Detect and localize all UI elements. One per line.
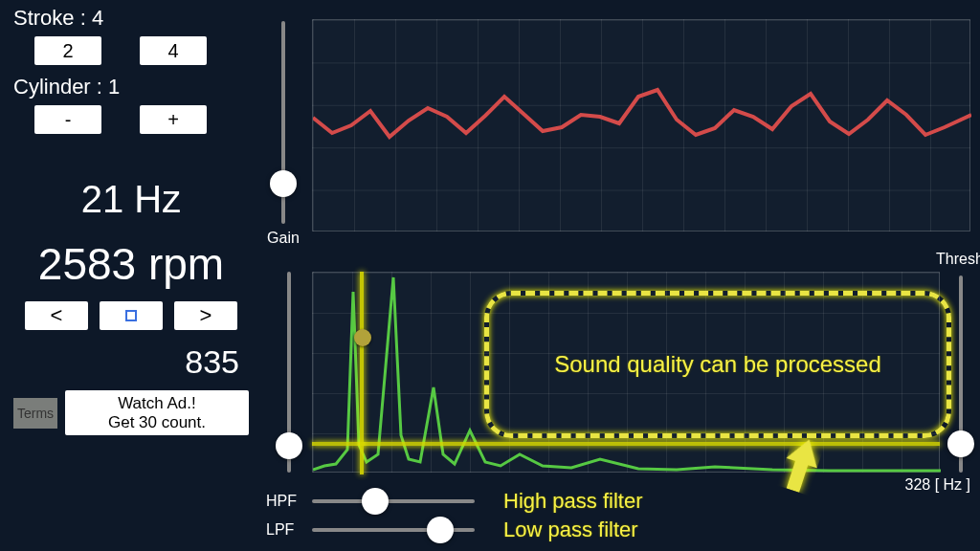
frequency-scale-label: 328 [ Hz ] (905, 476, 970, 494)
stroke-button-row: 2 4 (34, 36, 249, 65)
lpf-annotation: Low pass filter (503, 518, 638, 542)
stop-icon (125, 310, 137, 321)
threshold-slider-thumb[interactable] (947, 430, 974, 457)
hpf-annotation: High pass filter (503, 489, 643, 514)
cylinder-label: Cylinder : 1 (13, 75, 249, 99)
ad-line-2: Get 30 count. (71, 413, 243, 432)
spectrum-gain-slider-thumb[interactable] (276, 432, 302, 459)
stroke-2-button[interactable]: 2 (34, 36, 101, 65)
hpf-slider-track (312, 499, 475, 503)
callout-text: Sound quality can be processed (554, 351, 881, 378)
terms-button[interactable]: Terms (13, 398, 57, 429)
frequency-readout: 21 Hz (13, 178, 249, 221)
playback-controls: < > (13, 301, 249, 330)
gain-slider-container: Gain (264, 21, 302, 247)
stop-button[interactable] (100, 301, 163, 330)
cylinder-button-row: - + (34, 105, 249, 134)
ad-line-1: Watch Ad.! (71, 394, 243, 413)
hpf-row: HPF High pass filter (266, 488, 974, 515)
spectrum-gain-slider-container (276, 272, 302, 473)
stroke-label: Stroke : 4 (13, 6, 249, 31)
stroke-4-button[interactable]: 4 (140, 36, 207, 65)
peak-marker[interactable] (354, 329, 371, 346)
threshold-label: Threshold (936, 251, 974, 268)
rpm-readout: 2583 rpm (13, 238, 249, 290)
counter-readout: 835 (13, 343, 249, 381)
gain-label: Gain (267, 230, 300, 247)
gain-slider-thumb[interactable] (270, 170, 297, 197)
threshold-line (312, 442, 940, 446)
lpf-label: LPF (266, 521, 306, 539)
next-button[interactable]: > (174, 301, 237, 330)
cylinder-plus-button[interactable]: + (140, 105, 207, 134)
bottom-buttons: Terms Watch Ad.! Get 30 count. (13, 390, 249, 435)
hpf-slider[interactable] (312, 488, 475, 515)
control-panel: Stroke : 4 2 4 Cylinder : 1 - + 21 Hz 25… (13, 6, 249, 541)
gain-slider[interactable] (281, 21, 285, 224)
threshold-label-container: Threshold (936, 251, 974, 268)
lpf-slider[interactable] (312, 517, 475, 543)
waveform-plot (313, 20, 971, 232)
callout-annotation: Sound quality can be processed (484, 291, 951, 438)
hpf-cursor-line[interactable] (360, 272, 364, 474)
lpf-slider-thumb[interactable] (427, 517, 454, 543)
waveform-scope (312, 19, 970, 231)
prev-button[interactable]: < (25, 301, 88, 330)
waveform-line (313, 90, 971, 137)
hpf-label: HPF (266, 493, 306, 510)
watch-ad-button[interactable]: Watch Ad.! Get 30 count. (65, 390, 249, 435)
cylinder-minus-button[interactable]: - (34, 105, 101, 134)
hpf-slider-thumb[interactable] (362, 488, 389, 515)
lpf-row: LPF Low pass filter (266, 517, 974, 543)
